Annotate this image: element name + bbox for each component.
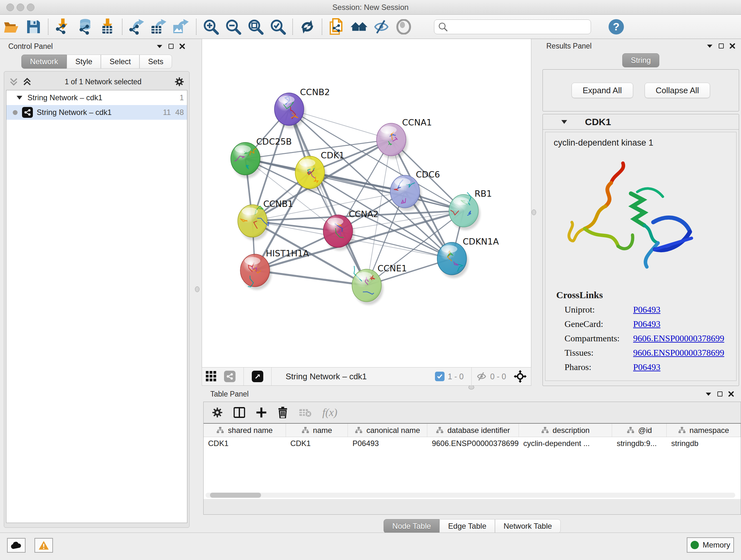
panel-menu-icon[interactable] [706,44,713,48]
network-row[interactable]: String Network – cdk1 11 48 [6,105,187,120]
network-options-gear-icon[interactable] [175,77,184,86]
network-edge[interactable] [255,270,367,286]
table-horizontal-scrollbar[interactable] [205,493,735,498]
hidden-eye-slash-icon[interactable] [476,372,487,381]
collapse-all-button[interactable]: Collapse All [645,83,711,98]
tab-edge-table[interactable]: Edge Table [440,519,495,533]
expand-all-button[interactable]: Expand All [571,83,633,98]
node-label-CCNA1: CCNA1 [402,118,432,127]
column-header-description[interactable]: description [519,424,612,437]
network-canvas-container: CCNB2CCNA1CDC25BCDK1CDC6RB1CCNB1CCNA2CDK… [202,39,531,367]
column-header-database-identifier[interactable]: database identifier [427,424,519,437]
network-node-CCNB2[interactable]: CCNB2 [274,87,330,129]
import-network-from-file-button[interactable] [54,18,72,36]
export-table-button[interactable] [150,18,169,36]
network-share-icon [22,107,33,118]
column-header-@id[interactable]: @id [612,424,667,437]
selected-checkbox-icon[interactable] [435,372,445,381]
collection-expander-icon[interactable] [17,96,22,100]
hide-results-eye-icon[interactable] [372,18,391,36]
panel-menu-icon[interactable] [705,392,712,396]
open-session-button[interactable] [2,18,20,36]
zoom-fit-button[interactable] [246,18,265,36]
help-button[interactable]: ? [609,19,624,35]
add-column-icon[interactable] [256,407,267,418]
collection-label: String Network – cdk1 [27,93,175,102]
collapse-all-icon[interactable] [9,77,18,86]
tab-string[interactable]: String [622,53,660,67]
expand-all-icon[interactable] [23,77,31,86]
column-header-canonical-name[interactable]: canonical name [348,424,427,437]
export-network-button[interactable] [128,18,146,36]
zoom-selected-button[interactable] [269,18,287,36]
import-network-from-database-button[interactable] [76,18,94,36]
tab-select[interactable]: Select [101,55,139,69]
panel-menu-icon[interactable] [156,44,163,49]
network-edge[interactable] [289,109,367,286]
toolbar-search[interactable] [434,19,591,34]
table-body: CDK1CDK1P064939606.ENSP00000378699cyclin… [204,437,741,450]
birdseye-grid-icon[interactable] [204,368,219,385]
show-results-eye-icon[interactable] [394,18,413,36]
node-label-RB1: RB1 [475,189,492,199]
delete-column-icon[interactable] [278,407,288,418]
column-header-namespace[interactable]: namespace [667,424,741,437]
table-cell: 9606.ENSP00000378699 [427,437,519,450]
zoom-in-button[interactable] [202,18,220,36]
crosslink-link[interactable]: P06493 [633,319,661,329]
close-panel-icon[interactable] [730,43,735,49]
cloud-status-button[interactable] [7,538,25,553]
string-home-button[interactable] [350,18,368,36]
network-node-RB1[interactable]: RB1 [449,189,492,230]
network-node-CDC25B[interactable]: CDC25B [231,137,292,178]
tab-network[interactable]: Network [21,55,67,69]
open-in-new-icon[interactable] [250,368,265,385]
close-panel-icon[interactable] [179,44,185,49]
save-session-button[interactable] [24,18,43,36]
fit-selection-crosshair-icon[interactable] [511,368,529,385]
crosslink-link[interactable]: P06493 [633,305,661,315]
function-builder-icon: f(x) [322,407,337,419]
network-canvas[interactable]: CCNB2CCNA1CDC25BCDK1CDC6RB1CCNB1CCNA2CDK… [202,39,531,367]
float-panel-icon[interactable] [718,391,723,396]
tab-node-table[interactable]: Node Table [384,519,440,533]
column-header-shared-name[interactable]: shared name [204,424,286,437]
close-panel-icon[interactable] [728,391,734,397]
float-panel-icon[interactable] [719,44,724,49]
left-splitter-handle[interactable] [195,287,199,292]
network-node-HIST1H1A[interactable]: HIST1H1A [240,248,309,290]
tab-style[interactable]: Style [67,55,101,69]
right-splitter-handle[interactable] [532,209,536,215]
export-image-button[interactable] [172,18,191,36]
tab-sets[interactable]: Sets [139,55,172,69]
column-namespace-icon [627,427,634,434]
network-edge[interactable] [310,172,464,211]
crosslink-link[interactable]: 9606.ENSP00000378699 [633,333,724,344]
float-panel-icon[interactable] [169,44,174,49]
crosslink-link[interactable]: 9606.ENSP00000378699 [633,348,724,358]
node-label-CCNA2: CCNA2 [349,209,379,219]
warnings-button[interactable] [35,538,53,553]
zoom-out-button[interactable] [224,18,243,36]
copy-network-button[interactable] [327,18,346,36]
network-node-CDC6[interactable]: CDC6 [390,170,440,211]
import-table-from-file-button[interactable] [98,18,117,36]
crosslink-link[interactable]: P06493 [633,362,661,372]
network-collection-row[interactable]: String Network – cdk1 1 [6,90,187,105]
table-row[interactable]: CDK1CDK1P064939606.ENSP00000378699cyclin… [204,437,741,450]
tab-network-table[interactable]: Network Table [495,519,561,533]
table-options-gear-icon[interactable] [212,407,223,418]
show-columns-icon[interactable] [233,407,245,418]
network-type-share-icon[interactable] [222,368,237,385]
search-input[interactable] [448,22,582,31]
network-node-CCNA1[interactable]: CCNA1 [377,118,432,159]
node-label-CDKN1A: CDKN1A [463,237,499,246]
memory-button[interactable]: Memory [687,537,734,553]
gene-expander-icon[interactable] [561,120,567,124]
crosslink-label: GeneCard: [564,319,633,329]
refresh-button[interactable] [298,18,317,36]
string-results-box: CDK1 cyclin-dependent kinase 1 [542,114,739,386]
control-panel: Control Panel Network Style Select Sets … [4,40,190,531]
network-node-CDKN1A[interactable]: CDKN1A [437,237,499,278]
column-header-name[interactable]: name [286,424,348,437]
